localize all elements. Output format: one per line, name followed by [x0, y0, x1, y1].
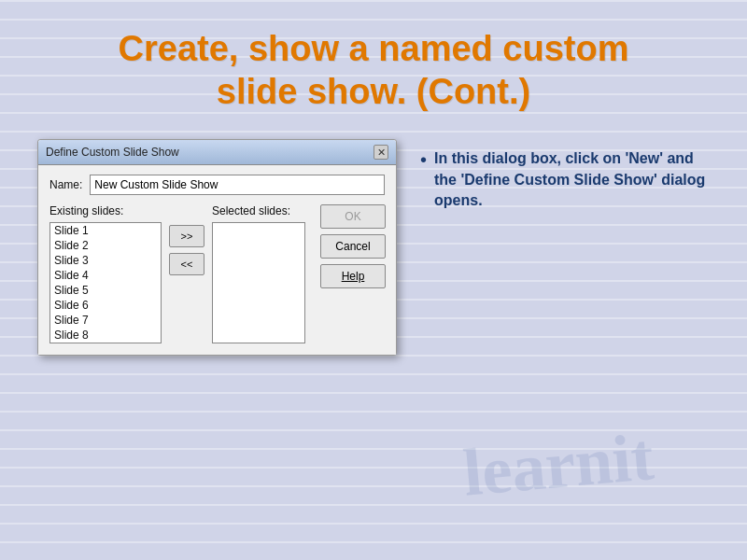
existing-slides-column: Existing slides: Slide 1Slide 2Slide 3Sl… [49, 204, 162, 343]
add-slides-button[interactable]: >> [169, 225, 204, 247]
help-button[interactable]: Help [320, 264, 386, 288]
list-item[interactable]: Slide 4 [50, 268, 161, 283]
cancel-button[interactable]: Cancel [320, 234, 386, 259]
main-area: Define Custom Slide Show ✕ Name: Existin… [37, 139, 710, 356]
bullet-text: In this dialog box, click on 'New' and t… [434, 148, 710, 211]
dialog-buttons: OK Cancel Help [320, 204, 386, 288]
bullet-area: • In this dialog box, click on 'New' and… [420, 139, 710, 220]
dialog-title-text: Define Custom Slide Show [46, 146, 179, 159]
dialog-wrapper: Define Custom Slide Show ✕ Name: Existin… [37, 139, 402, 356]
list-item[interactable]: Slide 1 [50, 223, 161, 238]
title-line2: slide show. (Cont.) [217, 72, 530, 111]
list-item[interactable]: Slide 7 [50, 313, 161, 328]
slide-title: Create, show a named custom slide show. … [37, 28, 710, 113]
name-label: Name: [49, 178, 82, 191]
dialog-body: Name: Existing slides: Slide 1Slide 2Sli… [38, 165, 396, 355]
slide-content: Create, show a named custom slide show. … [0, 0, 747, 560]
title-line1: Create, show a named custom [119, 29, 629, 68]
arrow-buttons: >> << [169, 225, 204, 275]
list-item[interactable]: Slide 5 [50, 283, 161, 298]
list-item[interactable]: Slide 2 [50, 238, 161, 253]
ok-button[interactable]: OK [320, 204, 386, 229]
name-input[interactable] [90, 175, 385, 195]
dialog-titlebar: Define Custom Slide Show ✕ [38, 140, 396, 165]
list-item[interactable]: Slide 3 [50, 253, 161, 268]
list-item[interactable]: Slide 6 [50, 298, 161, 313]
define-custom-slideshow-dialog: Define Custom Slide Show ✕ Name: Existin… [37, 139, 397, 356]
list-item[interactable]: Slide 9 [50, 343, 161, 343]
selected-slides-column: Selected slides: [212, 204, 305, 343]
dialog-close-button[interactable]: ✕ [374, 145, 388, 160]
selected-slides-listbox[interactable] [212, 222, 305, 343]
list-item[interactable]: Slide 8 [50, 328, 161, 343]
bullet-dot: • [420, 150, 427, 169]
selected-slides-label: Selected slides: [212, 204, 305, 217]
existing-slides-label: Existing slides: [49, 204, 162, 217]
name-row: Name: [49, 175, 385, 195]
bullet-item: • In this dialog box, click on 'New' and… [420, 148, 710, 211]
remove-slides-button[interactable]: << [169, 253, 204, 275]
existing-slides-listbox[interactable]: Slide 1Slide 2Slide 3Slide 4Slide 5Slide… [49, 222, 162, 343]
